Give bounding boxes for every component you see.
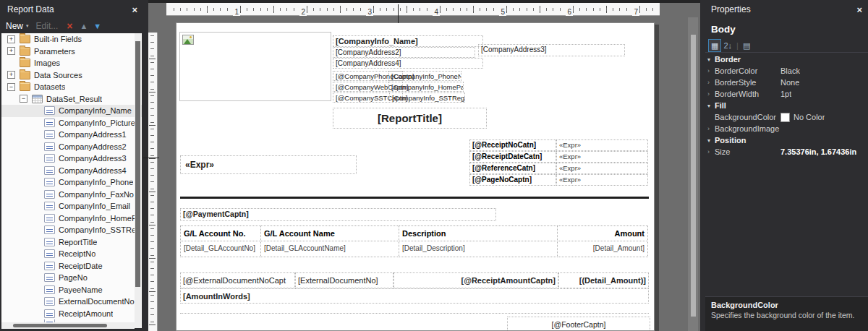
tree-item[interactable]: CompanyAddress4 (1, 165, 142, 177)
tree-item[interactable]: + Parameters (1, 46, 142, 58)
tree-item[interactable]: CompanyAddress2 (1, 141, 142, 153)
property-row[interactable]: › Size 7.35376in, 1.67436in (705, 146, 868, 158)
property-value[interactable]: 1pt (780, 90, 791, 98)
property-value[interactable]: 7.35376in, 1.67436in (780, 147, 856, 156)
property-row[interactable]: ▾ Border (705, 53, 868, 65)
expand-arrow-icon[interactable]: › (707, 90, 715, 98)
cell-gl-account-name[interactable]: [Detail_GLAccountName] (260, 241, 399, 257)
textbox-company-name[interactable]: [CompanyInfo_Name] (333, 35, 483, 47)
tree-item[interactable]: − Datasets (1, 81, 142, 93)
tree-vertical-scrollbar[interactable] (135, 33, 141, 328)
textbox-payment-caption[interactable]: [@PaymentCaptn] (180, 208, 496, 221)
expand-toggle[interactable]: − (7, 83, 15, 91)
tree-item[interactable]: CompanyInfo_Name (1, 105, 142, 117)
delete-icon[interactable]: × (67, 20, 72, 32)
textbox-page-no-caption[interactable]: [@PageNoCaptn] (469, 174, 556, 186)
textbox-external-doc-field[interactable]: [ExternalDocumentNo] (295, 272, 393, 288)
textbox-receipt-no-value[interactable]: «Expr» (556, 139, 648, 151)
cell-gl-account-no[interactable]: [Detail_GLAccountNo] (180, 241, 261, 257)
expand-arrow-icon[interactable]: › (707, 125, 715, 132)
tree-horizontal-scrollbar[interactable] (1, 322, 135, 329)
textbox-company-address2[interactable]: [CompanyAddress2] (333, 47, 475, 58)
textbox-company-address3[interactable]: [CompanyAddress3] (478, 44, 625, 56)
header-description[interactable]: Description (399, 225, 558, 241)
edit-button[interactable]: Edit... (36, 21, 59, 31)
tree-item[interactable]: − DataSet_Result (1, 93, 142, 106)
tree-item[interactable]: PayeeName (1, 284, 142, 296)
tree-item[interactable]: CompanyInfo_Phone (1, 176, 142, 189)
new-dropdown-caret-icon[interactable]: ▾ (26, 23, 29, 29)
property-row[interactable]: › BackgroundImage (705, 123, 868, 134)
tree-item[interactable]: ExternalDocumentNo (1, 296, 142, 308)
tree-item[interactable]: CompanyInfo_HomeP (1, 212, 142, 225)
separator-line[interactable] (180, 197, 649, 199)
textbox-company-address4[interactable]: [CompanyAddress4] (333, 58, 483, 69)
tree-item[interactable]: ReceiptAmount (1, 308, 142, 320)
textbox-phone-field[interactable]: [CompanyInfo_PhoneNo] (388, 71, 461, 81)
tree-item[interactable]: PageNo (1, 272, 142, 284)
scrollbar-thumb[interactable] (13, 324, 107, 327)
cell-description[interactable]: [Detail_Description] (399, 241, 558, 257)
tree-item[interactable]: Images (1, 57, 142, 69)
tree-item[interactable]: + Built-in Fields (1, 33, 142, 46)
tree-item[interactable]: ReportTitle (1, 236, 142, 249)
categorized-view-icon[interactable]: ▦ (708, 39, 721, 52)
close-icon[interactable]: × (856, 4, 862, 15)
expand-arrow-icon[interactable]: ▾ (707, 103, 715, 109)
new-button[interactable]: New (6, 21, 23, 31)
company-picture-placeholder[interactable] (179, 32, 331, 101)
property-row[interactable]: › BorderStyle None (705, 77, 868, 88)
textbox-reference-value[interactable]: «Expr» (556, 163, 648, 174)
header-amount[interactable]: Amount (557, 225, 648, 241)
tree-item[interactable]: CompanyInfo_SSTReg (1, 224, 142, 236)
tree-item[interactable]: ReceiptDate (1, 260, 142, 272)
property-row[interactable]: BackgroundColor No Color (705, 111, 868, 123)
textbox-payee-expr[interactable]: «Expr» (180, 155, 357, 174)
expand-toggle[interactable]: + (7, 47, 15, 55)
property-pages-icon[interactable]: ▤ (741, 40, 752, 51)
header-gl-account-name[interactable]: G/L Account Name (260, 225, 399, 241)
tree-item[interactable]: CompanyAddress3 (1, 152, 142, 165)
textbox-reference-caption[interactable]: [@ReferenceCatn] (469, 163, 556, 174)
property-value[interactable]: No Color (780, 113, 825, 122)
tree-item[interactable]: CompanyAddress1 (1, 129, 142, 141)
textbox-amount-in-words[interactable]: [AmountInWords] (180, 288, 649, 304)
property-value[interactable]: Black (780, 66, 800, 75)
close-icon[interactable]: × (132, 4, 137, 15)
expand-arrow-icon[interactable]: › (707, 148, 715, 155)
move-down-icon[interactable]: ▼ (93, 22, 101, 30)
textbox-external-doc-caption[interactable]: [@ExternalDocumentNoCapt (180, 272, 295, 288)
property-row[interactable]: ▾ Fill (705, 100, 868, 111)
textbox-receipt-date-value[interactable]: «Expr» (556, 151, 648, 163)
design-vertical-scrollbar[interactable] (688, 17, 698, 331)
tree-item[interactable]: + Data Sources (1, 69, 142, 82)
tree-item[interactable]: CompanyInfo_Email (1, 200, 142, 212)
textbox-report-title[interactable]: [ReportTitle] (333, 108, 487, 129)
header-gl-account-no[interactable]: G/L Account No. (180, 225, 261, 241)
textbox-page-no-value[interactable]: «Expr» (556, 174, 648, 186)
tree-item[interactable]: CompanyInfo_FaxNo (1, 189, 142, 201)
alphabetical-sort-icon[interactable]: 2↓ (721, 40, 734, 51)
textbox-receipt-amount-caption[interactable]: [@ReceiptAmountCaptn] (393, 272, 558, 288)
expand-toggle[interactable]: + (7, 35, 15, 43)
tree-item[interactable]: CompanyInfo_Picture (1, 117, 142, 129)
gl-entries-table[interactable]: G/L Account No. G/L Account Name Descrip… (180, 225, 649, 257)
property-row[interactable]: ▾ Position (705, 134, 868, 146)
textbox-receipt-amount-total[interactable]: [(Detail_Amount)] (558, 272, 649, 288)
textbox-web-field[interactable]: [CompanyInfo_HomePage] (388, 82, 464, 92)
property-row[interactable]: › BorderWidth 1pt (705, 88, 868, 100)
expand-toggle[interactable]: − (20, 95, 27, 103)
tree-item[interactable]: ReceiptNo (1, 248, 142, 260)
textbox-receipt-no-caption[interactable]: [@ReceiptNoCatn] (469, 139, 556, 151)
expand-arrow-icon[interactable]: ▾ (707, 56, 715, 63)
property-row[interactable]: › BorderColor Black (705, 65, 868, 77)
expand-arrow-icon[interactable]: › (707, 79, 715, 86)
report-page-body[interactable]: [CompanyInfo_Name] [CompanyAddress2] [Co… (176, 22, 655, 331)
move-up-icon[interactable]: ▲ (80, 22, 88, 30)
textbox-sst-field[interactable]: [CompanyInfo_SSTRegNo] (389, 93, 465, 103)
textbox-receipt-date-caption[interactable]: [@ReceiptDateCatn] (469, 151, 556, 163)
textbox-footer-caption[interactable]: [@FooterCaptn] (507, 317, 650, 331)
expand-toggle[interactable]: + (7, 71, 15, 79)
expand-arrow-icon[interactable]: › (707, 67, 715, 74)
scrollbar-thumb[interactable] (135, 41, 140, 287)
